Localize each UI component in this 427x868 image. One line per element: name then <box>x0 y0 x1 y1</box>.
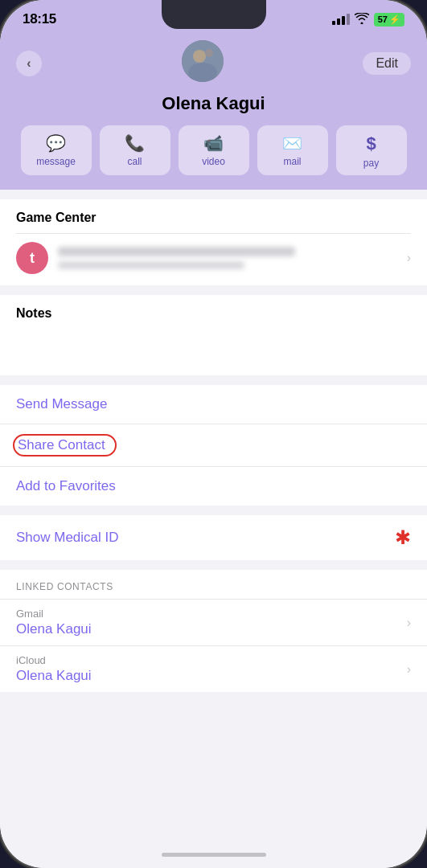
signal-icon <box>332 14 350 25</box>
avatar-image <box>182 40 224 82</box>
call-button[interactable]: 📞 call <box>100 125 170 175</box>
svg-point-2 <box>205 49 213 57</box>
message-label: message <box>36 156 76 167</box>
blurred-username <box>58 247 295 256</box>
blurred-score <box>58 261 244 269</box>
icloud-source-label: iCloud <box>16 654 92 666</box>
share-contact-button[interactable]: Share Contact <box>0 424 427 467</box>
avatar <box>182 40 224 82</box>
notch <box>162 0 266 29</box>
edit-button[interactable]: Edit <box>363 52 411 75</box>
contact-header: ‹ Edit Olena Kagui <box>0 34 427 190</box>
wifi-icon <box>355 13 369 27</box>
back-button[interactable]: ‹ <box>16 51 42 76</box>
icloud-chevron-icon: › <box>407 662 411 677</box>
medical-id-section: Show Medical ID ✱ <box>0 515 427 560</box>
send-message-button[interactable]: Send Message <box>0 385 427 424</box>
svg-point-3 <box>188 63 217 82</box>
share-contact-highlight: Share Contact <box>13 434 117 457</box>
linked-contacts-section: LINKED CONTACTS Gmail Olena Kagui › iClo… <box>0 570 427 692</box>
header-top-row: ‹ Edit <box>16 40 411 87</box>
gmail-chevron-icon: › <box>407 616 411 630</box>
call-icon: 📞 <box>125 133 145 153</box>
game-center-section: Game Center t › <box>0 199 427 285</box>
battery-level: 57 <box>378 14 388 24</box>
medical-star-icon: ✱ <box>395 526 411 549</box>
battery-icon: 57 ⚡ <box>374 13 404 27</box>
action-buttons-row: 💬 message 📞 call 📹 video ✉️ mail $ <box>16 125 411 175</box>
phone-screen: 18:15 57 ⚡ <box>0 0 427 868</box>
linked-contacts-header: LINKED CONTACTS <box>0 570 427 599</box>
mail-icon: ✉️ <box>282 133 302 153</box>
mail-button[interactable]: ✉️ mail <box>257 125 328 175</box>
game-center-row[interactable]: t › <box>0 234 427 285</box>
back-chevron-icon: ‹ <box>27 57 31 70</box>
pay-icon: $ <box>366 133 376 154</box>
mail-label: mail <box>283 156 301 167</box>
gmail-source-label: Gmail <box>16 608 92 620</box>
message-icon: 💬 <box>46 133 66 153</box>
linked-icloud-item[interactable]: iCloud Olena Kagui › <box>0 645 427 692</box>
video-button[interactable]: 📹 video <box>179 125 249 175</box>
game-center-chevron-icon: › <box>407 251 411 265</box>
linked-icloud-content: iCloud Olena Kagui <box>16 654 92 684</box>
status-time: 18:15 <box>23 11 56 27</box>
contact-name: Olena Kagui <box>162 93 265 114</box>
pay-button[interactable]: $ pay <box>336 125 407 175</box>
pay-label: pay <box>363 158 379 169</box>
add-to-favorites-button[interactable]: Add to Favorites <box>0 467 427 506</box>
phone-frame: 18:15 57 ⚡ <box>0 0 427 868</box>
linked-gmail-item[interactable]: Gmail Olena Kagui › <box>0 599 427 645</box>
svg-point-1 <box>193 50 206 63</box>
icloud-contact-name: Olena Kagui <box>16 668 92 684</box>
video-label: video <box>202 156 225 167</box>
avatar-svg <box>182 40 224 82</box>
action-list: Send Message Share Contact Add to Favori… <box>0 385 427 506</box>
status-icons: 57 ⚡ <box>332 13 404 27</box>
game-center-title: Game Center <box>0 199 427 233</box>
notes-section: Notes <box>0 295 427 375</box>
medical-id-row[interactable]: Show Medical ID ✱ <box>0 515 427 560</box>
home-indicator <box>0 841 427 868</box>
notes-label: Notes <box>16 306 411 321</box>
call-label: call <box>127 156 142 167</box>
home-bar <box>162 853 266 857</box>
linked-gmail-content: Gmail Olena Kagui <box>16 608 92 637</box>
gmail-contact-name: Olena Kagui <box>16 621 92 637</box>
message-button[interactable]: 💬 message <box>21 125 92 175</box>
content-area: Game Center t › Notes <box>0 190 427 841</box>
bottom-spacer <box>0 692 427 708</box>
medical-id-label: Show Medical ID <box>16 530 119 546</box>
video-icon: 📹 <box>203 133 224 153</box>
game-center-info <box>58 247 397 269</box>
game-center-avatar: t <box>16 242 48 274</box>
